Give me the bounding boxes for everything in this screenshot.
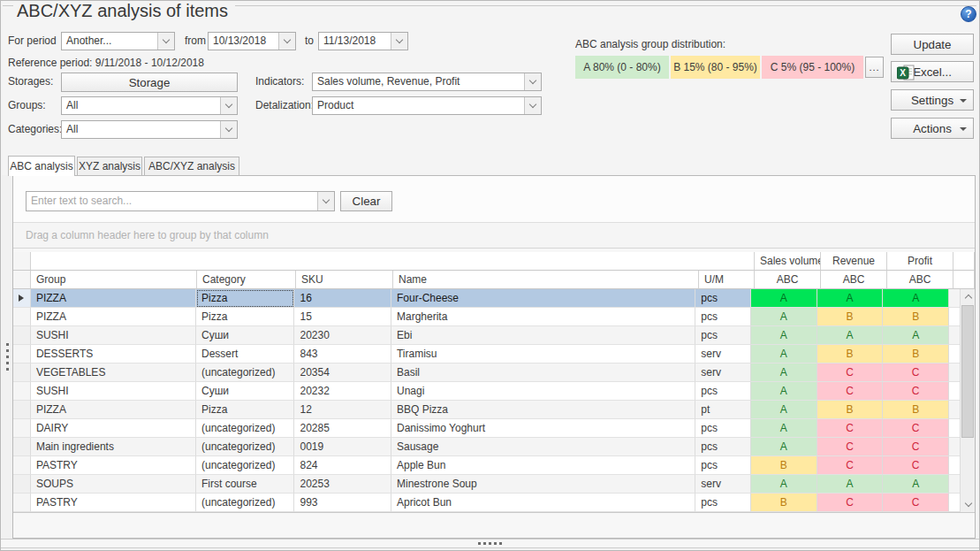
cell-um[interactable]: pcs (695, 326, 751, 345)
cell-um[interactable]: pcs (695, 289, 751, 308)
column-header-um[interactable]: U/M (699, 271, 755, 289)
table-row[interactable]: DESSERTSDessert843TiramisuservABB (13, 345, 960, 364)
cell-um[interactable]: pcs (695, 494, 751, 512)
cell-abc-profit[interactable]: B (883, 308, 949, 326)
cell-abc-sales[interactable]: A (751, 382, 817, 401)
tab-xyz-analysis[interactable]: XYZ analysis (77, 157, 142, 175)
date-from-select[interactable]: 10/13/2018 (208, 32, 296, 50)
cell-sku[interactable]: 843 (294, 345, 391, 364)
table-row[interactable]: SUSHIСуши20232UnagipcsACC (13, 382, 960, 401)
clear-search-button[interactable]: Clear (340, 191, 392, 211)
row-indicator-cell[interactable] (13, 438, 31, 456)
cell-abc-profit[interactable]: C (883, 438, 949, 456)
chevron-down-icon[interactable] (524, 73, 541, 90)
detalization-select[interactable]: Product (312, 96, 542, 115)
cell-name[interactable]: Sausage (391, 438, 695, 456)
cell-category[interactable]: Pizza (196, 308, 294, 326)
cell-sku[interactable]: 20354 (294, 364, 391, 382)
table-row[interactable]: SOUPSFirst course20253Minestrone Soupser… (13, 475, 960, 494)
cell-abc-profit[interactable]: B (883, 345, 949, 364)
row-indicator-cell[interactable] (13, 326, 31, 345)
cell-name[interactable]: Apple Bun (391, 456, 695, 475)
column-header-revenue[interactable]: Revenue (821, 252, 887, 271)
cell-sku[interactable]: 20230 (294, 326, 391, 345)
cell-abc-sales[interactable]: A (751, 345, 817, 364)
cell-sku[interactable]: 16 (294, 289, 391, 308)
cell-name[interactable]: Apricot Bun (391, 494, 695, 512)
cell-abc-revenue[interactable]: C (817, 456, 884, 475)
table-row[interactable]: PIZZAPizza15MargheritapcsABB (13, 308, 960, 326)
cell-group[interactable]: Main ingredients (31, 438, 196, 456)
row-indicator-cell[interactable] (13, 289, 31, 308)
cell-sku[interactable]: 993 (294, 494, 391, 512)
cell-abc-sales[interactable]: A (751, 438, 817, 456)
period-select[interactable]: Another... (61, 32, 175, 50)
cell-group[interactable]: PIZZA (31, 308, 196, 326)
cell-category[interactable]: Pizza (196, 401, 294, 419)
cell-group[interactable]: PASTRY (31, 494, 196, 512)
cell-group[interactable]: VEGETABLES (31, 364, 196, 382)
cell-name[interactable]: Four-Cheese (391, 289, 695, 308)
cell-abc-profit[interactable]: C (883, 419, 949, 438)
cell-abc-profit[interactable]: A (883, 475, 949, 494)
chevron-down-icon[interactable] (278, 33, 295, 50)
horizontal-splitter-handle[interactable] (1, 539, 979, 548)
cell-abc-revenue[interactable]: B (817, 345, 884, 364)
cell-name[interactable]: Minestrone Soup (391, 475, 695, 494)
cell-abc-profit[interactable]: C (883, 456, 949, 475)
cell-abc-profit[interactable]: A (883, 326, 949, 345)
cell-group[interactable]: PIZZA (31, 289, 196, 308)
cell-abc-sales[interactable]: A (751, 289, 817, 308)
cell-abc-revenue[interactable]: B (817, 401, 884, 419)
cell-category[interactable]: Dessert (196, 345, 294, 364)
cell-abc-profit[interactable]: B (883, 401, 949, 419)
column-header-profit[interactable]: Profit (887, 252, 953, 271)
cell-name[interactable]: BBQ Pizza (391, 401, 695, 419)
row-indicator-cell[interactable] (13, 364, 31, 382)
group-by-panel[interactable]: Drag a column header here to group by th… (13, 222, 975, 249)
cell-um[interactable]: pt (695, 401, 751, 419)
cell-um[interactable]: pcs (695, 419, 751, 438)
scrollbar-thumb[interactable] (961, 305, 974, 438)
cell-um[interactable]: serv (695, 345, 751, 364)
cell-name[interactable]: Margherita (391, 308, 695, 326)
settings-button[interactable]: Settings (891, 89, 974, 111)
cell-abc-revenue[interactable]: C (817, 419, 884, 438)
cell-um[interactable]: pcs (695, 382, 751, 401)
cell-um[interactable]: pcs (695, 308, 751, 326)
scroll-down-icon[interactable] (961, 497, 976, 512)
column-subheader-abc[interactable]: ABC (887, 271, 953, 289)
excel-button[interactable]: X Excel... (891, 61, 974, 82)
cell-sku[interactable]: 824 (294, 456, 391, 475)
cell-abc-profit[interactable]: C (883, 494, 949, 512)
cell-group[interactable]: DAIRY (31, 419, 196, 438)
cell-group[interactable]: SUSHI (31, 326, 196, 345)
cell-category[interactable]: (uncategorized) (196, 364, 294, 382)
cell-abc-sales[interactable]: A (751, 326, 817, 345)
row-indicator-cell[interactable] (13, 401, 31, 419)
column-header-group[interactable]: Group (31, 271, 197, 289)
tab-abc-analysis[interactable]: ABC analysis (8, 156, 75, 176)
table-row[interactable]: SUSHIСуши20230EbipcsAAA (13, 326, 960, 345)
cell-category[interactable]: (uncategorized) (196, 456, 294, 475)
vertical-splitter-handle[interactable] (2, 175, 12, 539)
cell-sku[interactable]: 0019 (294, 438, 391, 456)
date-to-select[interactable]: 11/13/2018 (318, 32, 408, 50)
cell-abc-profit[interactable]: C (883, 382, 949, 401)
cell-abc-sales[interactable]: A (751, 401, 817, 419)
cell-sku[interactable]: 12 (294, 401, 391, 419)
cell-name[interactable]: Ebi (391, 326, 695, 345)
row-indicator-cell[interactable] (13, 494, 31, 512)
chevron-down-icon[interactable] (220, 97, 237, 114)
cell-group[interactable]: SOUPS (31, 475, 196, 494)
categories-select[interactable]: All (61, 120, 238, 139)
cell-abc-revenue[interactable]: B (817, 308, 884, 326)
column-header-sku[interactable]: SKU (296, 271, 393, 289)
table-row[interactable]: PIZZAPizza12BBQ PizzaptABB (13, 401, 960, 419)
cell-category[interactable]: (uncategorized) (196, 419, 294, 438)
row-indicator-cell[interactable] (13, 475, 31, 494)
groups-select[interactable]: All (61, 96, 238, 115)
cell-abc-sales[interactable]: B (751, 494, 817, 512)
cell-name[interactable]: Basil (391, 364, 695, 382)
cell-name[interactable]: Tiramisu (391, 345, 695, 364)
